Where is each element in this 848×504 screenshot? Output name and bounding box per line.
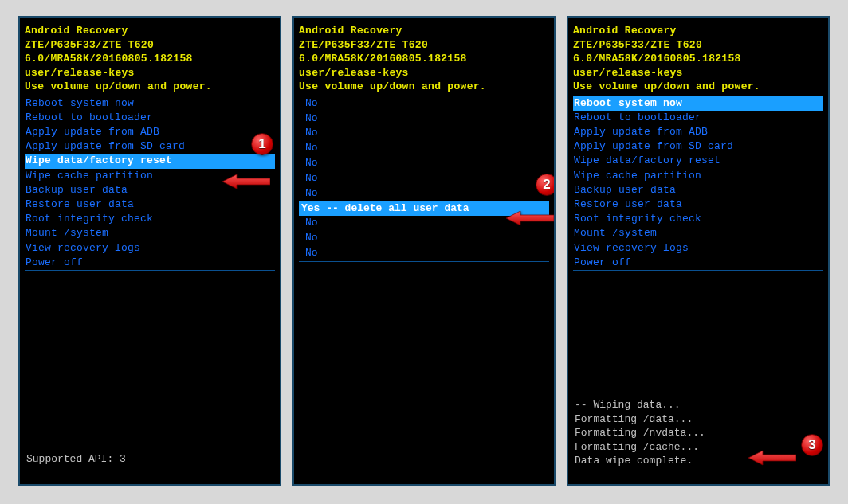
svg-marker-2: [748, 451, 796, 465]
menu-item[interactable]: Power off: [25, 256, 275, 270]
step-badge-1: 1: [251, 133, 273, 155]
confirm-no[interactable]: No: [299, 96, 549, 111]
menu-item[interactable]: Restore user data: [573, 197, 823, 212]
confirm-no[interactable]: No: [299, 111, 549, 127]
header-keys: user/release-keys: [573, 66, 823, 80]
recovery-header: Android Recovery ZTE/P635F33/ZTE_T620 6.…: [299, 24, 549, 94]
confirm-no[interactable]: No: [299, 156, 549, 171]
menu-item[interactable]: Wipe cache partition: [573, 169, 823, 183]
header-build: 6.0/MRA58K/20160805.182158: [25, 52, 275, 66]
header-build: 6.0/MRA58K/20160805.182158: [573, 52, 823, 66]
log-line: -- Wiping data...: [575, 398, 822, 412]
confirm-menu: NoNoNoNoNoNoNoYes -- delete all user dat…: [299, 96, 549, 262]
menu-item[interactable]: Restore user data: [25, 197, 275, 212]
header-keys: user/release-keys: [25, 66, 275, 80]
menu-item[interactable]: Root integrity check: [25, 212, 275, 226]
header-instruction: Use volume up/down and power.: [25, 80, 275, 94]
menu-item[interactable]: Reboot to bootloader: [573, 111, 823, 125]
header-build: 6.0/MRA58K/20160805.182158: [299, 52, 549, 66]
arrow-icon: [222, 173, 270, 193]
header-title: Android Recovery: [25, 24, 275, 38]
menu-item[interactable]: Backup user data: [573, 183, 823, 197]
footer-api: Supported API: 3: [26, 453, 126, 465]
step-badge-3: 3: [801, 434, 823, 456]
menu-item[interactable]: Wipe data/factory reset: [25, 154, 275, 168]
menu-item[interactable]: Apply update from SD card: [573, 139, 823, 154]
menu-item[interactable]: View recovery logs: [573, 241, 823, 256]
menu-item[interactable]: Reboot to bootloader: [25, 111, 275, 125]
confirm-no[interactable]: No: [299, 171, 549, 186]
menu-item[interactable]: Root integrity check: [573, 212, 823, 226]
step-badge-2: 2: [536, 174, 556, 196]
svg-marker-1: [506, 211, 554, 225]
confirm-no[interactable]: No: [299, 246, 549, 261]
menu-item[interactable]: View recovery logs: [25, 241, 275, 256]
menu-item[interactable]: Apply update from SD card: [25, 139, 275, 154]
header-device: ZTE/P635F33/ZTE_T620: [573, 38, 823, 53]
recovery-menu: Reboot system nowReboot to bootloaderApp…: [573, 96, 823, 271]
menu-item[interactable]: Apply update from ADB: [573, 125, 823, 139]
header-keys: user/release-keys: [299, 66, 549, 80]
menu-item[interactable]: Mount /system: [573, 226, 823, 240]
menu-item[interactable]: Power off: [573, 256, 823, 270]
recovery-header: Android Recovery ZTE/P635F33/ZTE_T620 6.…: [573, 24, 823, 94]
recovery-screen-2: Android Recovery ZTE/P635F33/ZTE_T620 6.…: [292, 16, 556, 486]
recovery-header: Android Recovery ZTE/P635F33/ZTE_T620 6.…: [25, 24, 275, 94]
confirm-no[interactable]: No: [299, 141, 549, 156]
recovery-screen-3: Android Recovery ZTE/P635F33/ZTE_T620 6.…: [567, 16, 830, 486]
arrow-icon: [748, 449, 796, 470]
menu-item[interactable]: Reboot system now: [25, 96, 275, 111]
confirm-no[interactable]: No: [299, 231, 549, 246]
log-line: Formatting /nvdata...: [575, 426, 822, 440]
header-title: Android Recovery: [573, 24, 823, 38]
header-device: ZTE/P635F33/ZTE_T620: [299, 38, 549, 53]
menu-item[interactable]: Wipe data/factory reset: [573, 154, 823, 168]
svg-marker-0: [222, 174, 270, 189]
confirm-no[interactable]: No: [299, 186, 549, 201]
header-title: Android Recovery: [299, 24, 549, 38]
header-device: ZTE/P635F33/ZTE_T620: [25, 38, 275, 53]
arrow-icon: [506, 209, 554, 230]
menu-item[interactable]: Mount /system: [25, 226, 275, 240]
confirm-no[interactable]: No: [299, 126, 549, 141]
header-instruction: Use volume up/down and power.: [573, 80, 823, 94]
menu-item[interactable]: Reboot system now: [573, 96, 823, 111]
header-instruction: Use volume up/down and power.: [299, 80, 549, 94]
log-line: Formatting /data...: [575, 412, 822, 427]
menu-item[interactable]: Apply update from ADB: [25, 125, 275, 139]
recovery-screen-1: Android Recovery ZTE/P635F33/ZTE_T620 6.…: [18, 16, 281, 486]
